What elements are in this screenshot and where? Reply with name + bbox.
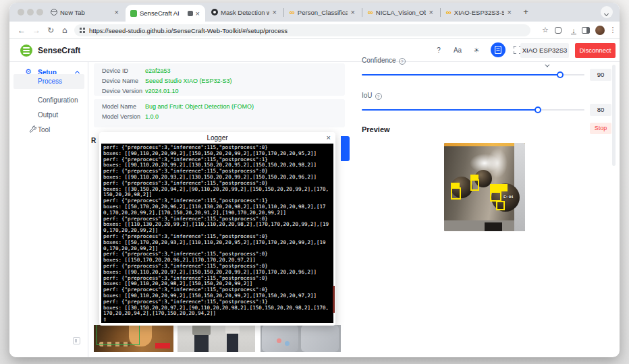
sidebar-collapse-icon[interactable] — [73, 337, 80, 344]
disconnect-button[interactable]: Disconnect — [575, 43, 616, 58]
device-version-value: v2024.01.10 — [145, 88, 179, 94]
forward-icon[interactable]: → — [32, 22, 40, 39]
tab-separator — [283, 8, 284, 17]
confidence-slider-fill — [362, 74, 560, 75]
tab-title: NICLA_Vision_Object Detec — [376, 9, 426, 16]
tab-title: SenseCraft AI — [140, 9, 185, 17]
stop-button[interactable]: Stop — [590, 123, 611, 134]
bookmark-star-icon[interactable]: ☆ — [540, 22, 551, 39]
translate-icon[interactable]: Aa — [451, 44, 464, 57]
colab-icon: ∞ — [290, 9, 295, 16]
detection-box — [451, 187, 461, 200]
confidence-slider[interactable] — [362, 74, 584, 75]
traffic-light-zoom[interactable] — [36, 9, 43, 16]
sidebar-item-label: Tool — [38, 126, 50, 133]
sample-image-people[interactable] — [177, 325, 255, 352]
close-icon[interactable]: × — [327, 133, 331, 142]
app-scrollbar-thumb[interactable] — [612, 65, 616, 166]
sample-image-gray-shirts[interactable] — [261, 325, 341, 352]
browser-tab-strip: New Tab × SenseCraft AI × Mask Detection… — [9, 3, 620, 22]
profile-avatar[interactable] — [595, 26, 605, 35]
tab-close-icon[interactable]: × — [507, 9, 512, 16]
extensions-icon[interactable] — [555, 22, 566, 39]
question-circle-icon[interactable]: ? — [375, 93, 382, 100]
tab-title: Mask Detection with ESP32 | — [221, 9, 269, 16]
confidence-label: Confidence? — [362, 57, 406, 65]
tab-close-icon[interactable]: × — [114, 9, 119, 16]
device-name-value: Seeed Studio XIAO (ESP32-S3) — [145, 78, 232, 84]
device-version-label: Device Version — [102, 88, 145, 94]
new-tab-button[interactable]: + — [520, 6, 532, 18]
sensecraft-favicon — [130, 10, 137, 17]
home-icon[interactable]: ⌂ — [62, 22, 67, 39]
traffic-light-close[interactable] — [18, 9, 24, 16]
tab-nicla-vision[interactable]: ∞ NICLA_Vision_Object Detec × — [363, 3, 439, 22]
back-icon[interactable]: ← — [18, 22, 26, 39]
download-icon[interactable]: ↓ — [568, 22, 579, 39]
reload-icon[interactable]: ↻ — [47, 22, 54, 39]
confidence-slider-handle[interactable] — [557, 71, 564, 78]
question-circle-icon[interactable]: ? — [399, 58, 406, 65]
sidebar-item-tool[interactable]: Tool — [13, 123, 84, 138]
shirt-knot — [285, 341, 290, 346]
docs-button[interactable] — [491, 42, 505, 57]
sidebar-item-output[interactable]: Output — [13, 108, 84, 123]
tab-close-icon[interactable]: × — [195, 10, 200, 17]
detection-label-tab — [470, 175, 478, 179]
device-info-panel: Device ID e2af2a53 Device Name Seeed Stu… — [94, 63, 345, 96]
terminal-scrollbar-thumb[interactable] — [333, 286, 335, 313]
preview-heading: Preview — [362, 125, 390, 133]
tab-close-icon[interactable]: × — [272, 9, 277, 16]
site-grid-icon — [80, 28, 85, 33]
confidence-value[interactable]: 90 — [590, 69, 611, 81]
model-version-label: Model Version — [102, 113, 145, 120]
occluded-blue-button[interactable] — [341, 136, 350, 161]
device-selector-label: XIAO ESP32S3 — [522, 47, 568, 54]
tab-title: XIAO-ESP32S3-Sense-Obje — [454, 9, 504, 16]
sample-image-cat[interactable] — [94, 325, 173, 352]
model-version-value: 1.0.0 — [145, 113, 159, 120]
person-figure — [194, 335, 209, 352]
detection-label-tab — [490, 184, 508, 191]
device-row: Device ID e2af2a53 — [94, 65, 345, 75]
url-text: https://seeed-studio.github.io/SenseCraf… — [89, 27, 288, 34]
browser-toolbar: ← → ↻ ⌂ https://seeed-studio.github.io/S… — [9, 22, 620, 39]
model-row: Model Version 1.0.0 — [94, 111, 345, 121]
logger-output: perf: {"preprocess":3,"inference":115,"p… — [101, 144, 333, 323]
model-info-panel: Model Name Bug and Fruit: Object Detecti… — [94, 99, 345, 127]
detection-label-tab — [451, 183, 460, 187]
device-row: Device Version v2024.01.10 — [94, 86, 345, 96]
iou-value[interactable]: 80 — [590, 104, 611, 116]
iou-slider-handle[interactable] — [535, 107, 541, 113]
sidebar-item-configuration[interactable]: Configuration — [13, 93, 84, 108]
dark-frame — [485, 222, 502, 231]
person-figure — [225, 325, 240, 334]
help-icon[interactable]: ? — [432, 44, 445, 57]
tab-sensecraft-ai[interactable]: SenseCraft AI × — [126, 5, 205, 22]
logger-modal: Logger × perf: {"preprocess":3,"inferenc… — [99, 132, 335, 326]
shirt-knot — [277, 338, 281, 343]
sidebar-item-process[interactable]: Process — [13, 74, 84, 89]
logger-terminal[interactable]: perf: {"preprocess":3,"inference":115,"p… — [101, 144, 333, 323]
traffic-light-minimize[interactable] — [27, 9, 34, 16]
device-selector[interactable]: XIAO ESP32S3 — [520, 43, 569, 58]
chevron-down-icon — [545, 63, 549, 67]
tab-search-chevron[interactable] — [601, 6, 613, 18]
person-figure — [192, 325, 211, 335]
browser-menu-icon[interactable]: ⋮ — [609, 22, 617, 39]
theme-sun-icon[interactable]: ☀ — [470, 44, 483, 57]
tab-person-classification[interactable]: ∞ Person_Classification_Mobil × — [285, 3, 360, 22]
device-name-label: Device Name — [102, 78, 145, 84]
address-bar[interactable]: https://seeed-studio.github.io/SenseCraf… — [74, 24, 530, 36]
browser-window: New Tab × SenseCraft AI × Mask Detection… — [9, 3, 620, 357]
iou-slider[interactable] — [362, 109, 584, 111]
tab-xiao-esp32s3[interactable]: ∞ XIAO-ESP32S3-Sense-Obje × — [441, 3, 517, 22]
tab-close-icon[interactable]: × — [429, 9, 434, 16]
device-id-label: Device ID — [102, 67, 145, 74]
tab-close-icon[interactable]: × — [350, 9, 356, 16]
app-header: SenseCraft ? Aa ☀ XIAO ESP32S3 Disconnec… — [9, 39, 620, 62]
sensecraft-logo — [20, 44, 32, 57]
side-panel-icon[interactable] — [582, 22, 593, 39]
tab-new-tab[interactable]: New Tab × — [46, 3, 124, 22]
tab-mask-detection[interactable]: Mask Detection with ESP32 | × — [207, 3, 282, 22]
